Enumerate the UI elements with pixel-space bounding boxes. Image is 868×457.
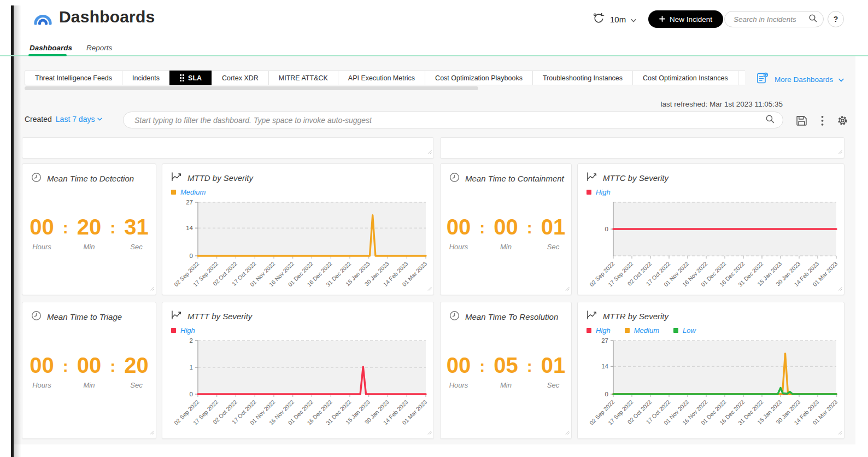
timer-min: 05 xyxy=(494,354,518,376)
timer-sec: 01 xyxy=(541,216,566,238)
resize-handle[interactable] xyxy=(149,283,154,293)
chart-plot: 002 Sep 202217 Sep 202202 Oct 202217 Oct… xyxy=(583,198,840,294)
created-range-value: Last 7 days xyxy=(56,115,95,124)
legend-item-low[interactable]: Low xyxy=(673,326,696,335)
legend-item-high[interactable]: High xyxy=(587,326,611,335)
resize-handle[interactable] xyxy=(565,427,570,437)
legend-swatch xyxy=(587,328,591,333)
timer-hours-label: Hours xyxy=(30,381,54,389)
kebab-menu-icon[interactable] xyxy=(821,115,824,128)
card-title: Mean Time to Containment xyxy=(465,174,564,183)
new-incident-button[interactable]: New Incident xyxy=(648,10,723,28)
card-mttd-by-severity: MTTD by SeverityMedium0142702 Sep 202217… xyxy=(162,163,434,295)
partial-card-left xyxy=(22,137,434,159)
legend-label: Low xyxy=(683,326,696,335)
chart-plot: 01202 Sep 202217 Sep 202202 Oct 202217 O… xyxy=(168,336,429,432)
card-title: Mean Time To Resolution xyxy=(465,312,558,321)
chart-title: MTTC by Severity xyxy=(603,173,668,183)
legend-item-high[interactable]: High xyxy=(587,188,611,196)
incident-search-box xyxy=(724,11,824,27)
help-button[interactable]: ? xyxy=(828,11,844,27)
timer-value: 00Hours:00Min:20Sec xyxy=(22,354,156,389)
resize-handle[interactable] xyxy=(837,427,842,437)
chart-plot: 0142702 Sep 202217 Sep 202202 Oct 202217… xyxy=(168,198,429,294)
timer-colon: : xyxy=(527,354,532,389)
legend-swatch xyxy=(587,190,591,195)
dashboard-tab-label: Cost Optimization Playbooks xyxy=(435,74,523,82)
dashboard-filter-box xyxy=(123,112,783,128)
page-title: Dashboards xyxy=(59,8,155,26)
timer-colon: : xyxy=(527,216,532,251)
legend-swatch xyxy=(171,328,176,333)
timer-hours-label: Hours xyxy=(447,381,471,389)
legend-label: High xyxy=(596,188,611,196)
resize-handle[interactable] xyxy=(427,147,432,156)
svg-text:14: 14 xyxy=(186,225,193,231)
timer-sec: 31 xyxy=(124,216,149,238)
dashboard-tab-label: SLA xyxy=(188,74,202,82)
settings-gear-icon[interactable] xyxy=(837,115,848,128)
dashboard-tab-label: Cost Optimization Instances xyxy=(643,74,728,82)
search-icon[interactable] xyxy=(808,14,818,25)
tab-dashboards[interactable]: Dashboards xyxy=(30,44,72,52)
legend-swatch xyxy=(171,190,176,195)
card-mttr-by-severity: MTTR by SeverityHighMediumLow0142702 Sep… xyxy=(577,302,844,439)
svg-text:0: 0 xyxy=(605,226,608,232)
chart-legend: Medium xyxy=(171,188,206,196)
dashboard-tab-threat-intelligence-feeds[interactable]: Threat Intelligence Feeds xyxy=(25,71,122,85)
clock-icon xyxy=(31,310,42,323)
dashboard-tab-cost-optimization-instances[interactable]: Cost Optimization Instances xyxy=(632,71,738,85)
line-chart-icon xyxy=(587,310,597,322)
card-mttt-by-severity: MTTT by SeverityHigh01202 Sep 202217 Sep… xyxy=(162,302,434,439)
dashboard-tab-mitre-att-ck[interactable]: MITRE ATT&CK xyxy=(268,71,338,85)
card-mean-time-to-triage: Mean Time to Triage00Hours:00Min:20Sec xyxy=(22,302,156,439)
card-mttc-by-severity: MTTC by SeverityHigh002 Sep 202217 Sep 2… xyxy=(577,163,844,295)
legend-item-high[interactable]: High xyxy=(171,326,195,335)
timer-sec-label: Sec xyxy=(541,243,566,251)
sidebar-shadow xyxy=(14,5,21,457)
chart-title: MTTD by Severity xyxy=(187,173,253,183)
dashboard-tabs-scrollbar[interactable] xyxy=(25,86,478,90)
timer-sec-label: Sec xyxy=(124,381,149,389)
timer-value: 00Hours:00Min:01Sec xyxy=(441,216,571,251)
created-range-dropdown[interactable]: Last 7 days xyxy=(56,115,103,124)
dashboard-tab-incidents[interactable]: Incidents xyxy=(122,71,170,85)
cortex-logo-icon xyxy=(32,9,54,32)
resize-handle[interactable] xyxy=(427,427,432,437)
plus-icon xyxy=(659,15,665,24)
legend-item-medium[interactable]: Medium xyxy=(625,326,659,335)
legend-swatch xyxy=(673,328,678,333)
dashboard-tab-troubleshooting-playbo[interactable]: Troubleshooting Playbo xyxy=(738,71,745,85)
resize-handle[interactable] xyxy=(837,283,842,293)
timer-value: 00Hours:20Min:31Sec xyxy=(22,216,156,251)
search-icon[interactable] xyxy=(765,114,775,126)
resize-handle[interactable] xyxy=(149,427,154,437)
card-mean-time-to-containment: Mean Time to Containment00Hours:00Min:01… xyxy=(440,163,572,295)
resize-handle[interactable] xyxy=(565,283,570,293)
dashboard-tab-label: MITRE ATT&CK xyxy=(279,74,328,82)
svg-text:0: 0 xyxy=(190,253,193,259)
resize-handle[interactable] xyxy=(837,147,842,156)
card-mean-time-to-resolution: Mean Time To Resolution00Hours:05Min:01S… xyxy=(440,302,572,439)
dashboard-tab-sla[interactable]: SLA xyxy=(169,71,212,85)
chevron-down-icon xyxy=(97,118,102,121)
dashboard-tab-cost-optimization-playbooks[interactable]: Cost Optimization Playbooks xyxy=(425,71,533,85)
dashboard-tab-api-execution-metrics[interactable]: API Execution Metrics xyxy=(338,71,425,85)
tabs-divider xyxy=(0,55,868,56)
dashboards-page: Dashboards 10m New Incident ? Dashboar xyxy=(0,0,868,457)
legend-item-medium[interactable]: Medium xyxy=(171,188,206,196)
tab-reports[interactable]: Reports xyxy=(86,44,112,52)
dashboard-tab-label: API Execution Metrics xyxy=(348,74,415,82)
save-dashboard-icon[interactable] xyxy=(796,115,807,128)
legend-label: Medium xyxy=(180,188,206,196)
dashboard-tab-cortex-xdr[interactable]: Cortex XDR xyxy=(212,71,269,85)
timer-min: 20 xyxy=(77,216,102,238)
dashboard-tab-troubleshooting-instances[interactable]: Troubleshooting Instances xyxy=(532,71,633,85)
dashboard-filter-input[interactable] xyxy=(134,116,765,125)
incident-search-input[interactable] xyxy=(734,15,808,24)
chevron-down-icon xyxy=(838,74,844,84)
resize-handle[interactable] xyxy=(427,283,432,293)
timer-sec: 20 xyxy=(124,354,149,376)
auto-refresh-control[interactable]: 10m xyxy=(593,12,636,26)
more-dashboards-control[interactable]: More Dashboards xyxy=(756,72,844,87)
